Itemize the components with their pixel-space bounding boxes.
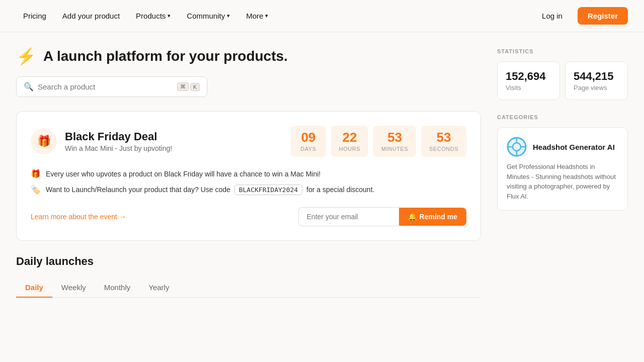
bf-title-text: Black Friday Deal Win a Mac Mini - Just … bbox=[65, 130, 172, 152]
email-remind-section: 🔔 Remind me bbox=[298, 207, 466, 226]
content-area: ⚡ A launch platform for your products. 🔍… bbox=[16, 48, 481, 298]
learn-more-link[interactable]: Learn more about the event → bbox=[31, 213, 126, 221]
k-key: K bbox=[190, 83, 200, 91]
chevron-down-icon: ▾ bbox=[265, 13, 268, 19]
register-button[interactable]: Register bbox=[578, 7, 628, 25]
bell-icon: 🔔 bbox=[408, 213, 417, 221]
nav-add-product[interactable]: Add your product bbox=[55, 8, 127, 24]
countdown-days: 09 DAYS bbox=[291, 126, 326, 157]
seconds-label: SECONDS bbox=[429, 146, 458, 152]
category-description: Get Professional Headshots in Minutes - … bbox=[507, 162, 618, 201]
hours-label: HOURS bbox=[339, 146, 360, 152]
category-name: Headshot Generator AI bbox=[533, 143, 615, 151]
bf-footer: Learn more about the event → 🔔 Remind me bbox=[31, 207, 466, 226]
statistics-section: STATISTICS 152,694 Visits 544,215 Page v… bbox=[497, 48, 628, 100]
tab-monthly[interactable]: Monthly bbox=[95, 278, 140, 298]
nav-community[interactable]: Community ▾ bbox=[180, 8, 237, 24]
daily-launches-title: Daily launches bbox=[16, 255, 481, 268]
nav-right: Log in Register bbox=[533, 7, 628, 25]
bf-header: 🎁 Black Friday Deal Win a Mac Mini - Jus… bbox=[31, 126, 466, 157]
bf-detail-1: 🎁 Every user who upvotes a product on Bl… bbox=[31, 169, 466, 178]
stats-grid: 152,694 Visits 544,215 Page views bbox=[497, 61, 628, 100]
nav-pricing[interactable]: Pricing bbox=[16, 8, 53, 24]
sidebar: STATISTICS 152,694 Visits 544,215 Page v… bbox=[497, 48, 628, 298]
visits-card: 152,694 Visits bbox=[497, 61, 560, 100]
category-icon bbox=[507, 137, 527, 157]
login-button[interactable]: Log in bbox=[533, 8, 572, 24]
pageviews-number: 544,215 bbox=[574, 70, 619, 83]
bf-subtitle: Win a Mac Mini - Just by upvoting! bbox=[65, 144, 172, 152]
tab-yearly[interactable]: Yearly bbox=[139, 278, 178, 298]
chevron-down-icon: ▾ bbox=[227, 13, 230, 19]
lightning-icon: ⚡ bbox=[16, 48, 36, 64]
promo-code-badge: BLACKFRIDAY2024 bbox=[234, 185, 302, 195]
days-label: DAYS bbox=[299, 146, 318, 152]
hours-value: 22 bbox=[339, 131, 360, 144]
nav-more[interactable]: More ▾ bbox=[239, 8, 275, 24]
categories-title: CATEGORIES bbox=[497, 114, 628, 120]
nav-products[interactable]: Products ▾ bbox=[129, 8, 178, 24]
remind-button[interactable]: 🔔 Remind me bbox=[399, 208, 466, 226]
countdown-seconds: 53 SECONDS bbox=[421, 126, 466, 157]
tab-weekly[interactable]: Weekly bbox=[52, 278, 95, 298]
countdown-hours: 22 HOURS bbox=[331, 126, 368, 157]
bf-title: Black Friday Deal bbox=[65, 130, 172, 143]
pageviews-card: 544,215 Page views bbox=[565, 61, 628, 100]
search-kbd: ⌘ K bbox=[177, 82, 200, 91]
bf-countdown: 09 DAYS 22 HOURS 53 MINUTES 53 SECONDS bbox=[291, 126, 466, 157]
bf-detail-2-text: Want to Launch/Relaunch your product tha… bbox=[46, 185, 374, 195]
seconds-value: 53 bbox=[429, 131, 458, 144]
hero-section: ⚡ A launch platform for your products. bbox=[16, 48, 481, 64]
minutes-label: MINUTES bbox=[381, 146, 408, 152]
search-input[interactable] bbox=[38, 82, 173, 91]
category-card[interactable]: Headshot Generator AI Get Professional H… bbox=[497, 127, 628, 211]
visits-label: Visits bbox=[506, 84, 551, 92]
bf-detail-2: 🏷️ Want to Launch/Relaunch your product … bbox=[31, 185, 466, 195]
bf-detail-1-text: Every user who upvotes a product on Blac… bbox=[46, 170, 320, 178]
modifier-key: ⌘ bbox=[177, 82, 189, 91]
days-value: 09 bbox=[299, 131, 318, 144]
search-icon: 🔍 bbox=[24, 82, 34, 92]
hero-title: A launch platform for your products. bbox=[43, 48, 288, 64]
visits-number: 152,694 bbox=[506, 70, 551, 83]
bf-gift-icon: 🎁 bbox=[31, 128, 57, 154]
bf-details: 🎁 Every user who upvotes a product on Bl… bbox=[31, 169, 466, 195]
gift-icon: 🎁 bbox=[31, 169, 41, 178]
email-input[interactable] bbox=[298, 207, 399, 226]
countdown-minutes: 53 MINUTES bbox=[373, 126, 416, 157]
main-layout: ⚡ A launch platform for your products. 🔍… bbox=[0, 32, 644, 298]
category-header: Headshot Generator AI bbox=[507, 137, 618, 157]
nav-left: Pricing Add your product Products ▾ Comm… bbox=[16, 8, 529, 24]
minutes-value: 53 bbox=[381, 131, 408, 144]
chevron-down-icon: ▾ bbox=[168, 13, 171, 19]
search-bar: 🔍 ⌘ K bbox=[16, 76, 207, 97]
tag-icon: 🏷️ bbox=[31, 185, 41, 195]
tab-daily[interactable]: Daily bbox=[16, 278, 52, 298]
statistics-title: STATISTICS bbox=[497, 48, 628, 54]
launches-tabs: Daily Weekly Monthly Yearly bbox=[16, 278, 481, 298]
black-friday-banner: 🎁 Black Friday Deal Win a Mac Mini - Jus… bbox=[16, 111, 481, 241]
categories-section: CATEGORIES Headshot G bbox=[497, 114, 628, 211]
pageviews-label: Page views bbox=[574, 84, 619, 92]
bf-title-area: 🎁 Black Friday Deal Win a Mac Mini - Jus… bbox=[31, 128, 172, 154]
navigation: Pricing Add your product Products ▾ Comm… bbox=[0, 0, 644, 32]
